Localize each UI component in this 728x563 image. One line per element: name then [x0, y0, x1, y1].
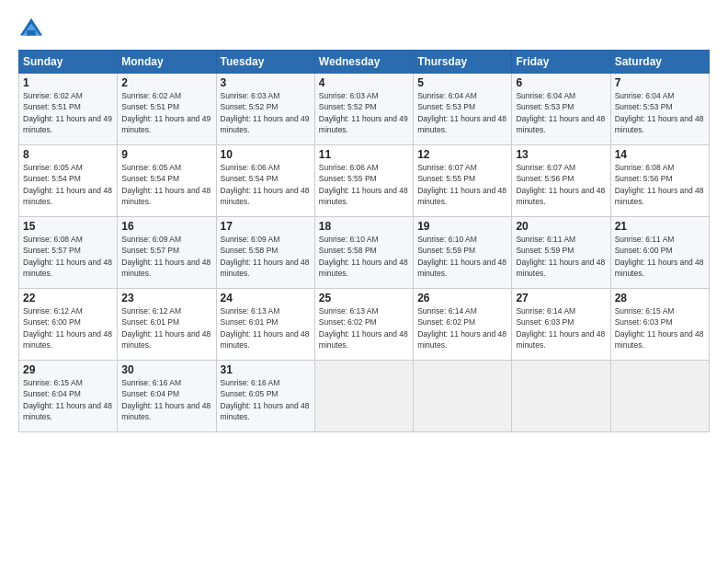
day-info: Sunrise: 6:13 AMSunset: 6:02 PMDaylight:…	[319, 306, 408, 350]
calendar-week-1: 1 Sunrise: 6:02 AMSunset: 5:51 PMDayligh…	[19, 74, 710, 145]
day-number: 20	[516, 220, 606, 233]
calendar-cell: 21 Sunrise: 6:11 AMSunset: 6:00 PMDaylig…	[610, 217, 709, 289]
calendar-cell: 18 Sunrise: 6:10 AMSunset: 5:58 PMDaylig…	[314, 217, 413, 289]
day-number: 2	[121, 76, 211, 89]
day-number: 11	[319, 148, 409, 161]
calendar-week-5: 29 Sunrise: 6:15 AMSunset: 6:04 PMDaylig…	[19, 361, 710, 432]
calendar-cell: 26 Sunrise: 6:14 AMSunset: 6:02 PMDaylig…	[414, 289, 512, 361]
calendar-cell: 7 Sunrise: 6:04 AMSunset: 5:53 PMDayligh…	[610, 74, 709, 145]
day-number: 6	[516, 76, 606, 89]
day-number: 4	[319, 76, 409, 89]
day-number: 24	[221, 292, 311, 304]
day-number: 5	[417, 76, 507, 89]
day-info: Sunrise: 6:15 AMSunset: 6:03 PMDaylight:…	[615, 306, 704, 350]
day-number: 29	[23, 363, 113, 376]
calendar-week-3: 15 Sunrise: 6:08 AMSunset: 5:57 PMDaylig…	[19, 217, 710, 289]
weekday-header-row: SundayMondayTuesdayWednesdayThursdayFrid…	[19, 51, 710, 74]
day-info: Sunrise: 6:05 AMSunset: 5:54 PMDaylight:…	[121, 163, 210, 206]
day-info: Sunrise: 6:09 AMSunset: 5:57 PMDaylight:…	[121, 235, 210, 278]
calendar-cell: 15 Sunrise: 6:08 AMSunset: 5:57 PMDaylig…	[19, 217, 118, 289]
calendar-cell: 30 Sunrise: 6:16 AMSunset: 6:04 PMDaylig…	[118, 361, 216, 432]
day-info: Sunrise: 6:03 AMSunset: 5:52 PMDaylight:…	[221, 91, 310, 134]
day-number: 3	[221, 76, 311, 89]
day-number: 12	[417, 148, 507, 161]
calendar-cell: 5 Sunrise: 6:04 AMSunset: 5:53 PMDayligh…	[414, 74, 512, 145]
day-info: Sunrise: 6:11 AMSunset: 6:00 PMDaylight:…	[615, 235, 704, 278]
day-number: 27	[516, 292, 606, 304]
calendar-cell: 17 Sunrise: 6:09 AMSunset: 5:58 PMDaylig…	[216, 217, 314, 289]
day-number: 25	[319, 292, 409, 304]
calendar-cell	[414, 361, 512, 432]
day-info: Sunrise: 6:12 AMSunset: 6:00 PMDaylight:…	[23, 306, 112, 350]
day-info: Sunrise: 6:16 AMSunset: 6:04 PMDaylight:…	[121, 378, 210, 421]
calendar-cell: 25 Sunrise: 6:13 AMSunset: 6:02 PMDaylig…	[314, 289, 413, 361]
day-info: Sunrise: 6:05 AMSunset: 5:54 PMDaylight:…	[23, 163, 112, 206]
calendar-page: SundayMondayTuesdayWednesdayThursdayFrid…	[0, 0, 728, 563]
day-number: 23	[121, 292, 211, 304]
day-number: 9	[121, 148, 211, 161]
day-info: Sunrise: 6:13 AMSunset: 6:01 PMDaylight:…	[221, 306, 310, 350]
day-info: Sunrise: 6:15 AMSunset: 6:04 PMDaylight:…	[23, 378, 112, 421]
day-info: Sunrise: 6:07 AMSunset: 5:55 PMDaylight:…	[417, 163, 506, 206]
calendar-cell: 3 Sunrise: 6:03 AMSunset: 5:52 PMDayligh…	[216, 74, 314, 145]
calendar-cell: 27 Sunrise: 6:14 AMSunset: 6:03 PMDaylig…	[512, 289, 610, 361]
calendar-cell: 9 Sunrise: 6:05 AMSunset: 5:54 PMDayligh…	[118, 145, 216, 217]
day-number: 8	[23, 148, 113, 161]
calendar-cell: 19 Sunrise: 6:10 AMSunset: 5:59 PMDaylig…	[414, 217, 512, 289]
calendar-cell: 20 Sunrise: 6:11 AMSunset: 5:59 PMDaylig…	[512, 217, 610, 289]
day-number: 15	[23, 220, 113, 233]
day-number: 18	[319, 220, 409, 233]
calendar-cell: 23 Sunrise: 6:12 AMSunset: 6:01 PMDaylig…	[118, 289, 216, 361]
calendar-cell: 14 Sunrise: 6:08 AMSunset: 5:56 PMDaylig…	[610, 145, 709, 217]
logo	[18, 17, 48, 42]
calendar-cell: 16 Sunrise: 6:09 AMSunset: 5:57 PMDaylig…	[118, 217, 216, 289]
day-number: 16	[121, 220, 211, 233]
weekday-header-thursday: Thursday	[414, 51, 512, 74]
day-info: Sunrise: 6:12 AMSunset: 6:01 PMDaylight:…	[121, 306, 210, 350]
calendar-cell	[512, 361, 610, 432]
calendar-cell: 12 Sunrise: 6:07 AMSunset: 5:55 PMDaylig…	[414, 145, 512, 217]
day-number: 30	[121, 363, 211, 376]
calendar-cell: 29 Sunrise: 6:15 AMSunset: 6:04 PMDaylig…	[19, 361, 118, 432]
day-number: 28	[615, 292, 705, 304]
weekday-header-friday: Friday	[512, 51, 610, 74]
day-info: Sunrise: 6:08 AMSunset: 5:57 PMDaylight:…	[23, 235, 112, 278]
day-info: Sunrise: 6:06 AMSunset: 5:55 PMDaylight:…	[319, 163, 408, 206]
day-number: 21	[615, 220, 705, 233]
weekday-header-monday: Monday	[118, 51, 216, 74]
calendar-week-2: 8 Sunrise: 6:05 AMSunset: 5:54 PMDayligh…	[19, 145, 710, 217]
calendar-week-4: 22 Sunrise: 6:12 AMSunset: 6:00 PMDaylig…	[19, 289, 710, 361]
logo-icon	[18, 17, 44, 42]
day-number: 7	[615, 76, 705, 89]
day-info: Sunrise: 6:10 AMSunset: 5:59 PMDaylight:…	[417, 235, 506, 278]
calendar-cell	[610, 361, 709, 432]
calendar-cell: 31 Sunrise: 6:16 AMSunset: 6:05 PMDaylig…	[216, 361, 314, 432]
calendar-cell: 2 Sunrise: 6:02 AMSunset: 5:51 PMDayligh…	[118, 74, 216, 145]
day-info: Sunrise: 6:09 AMSunset: 5:58 PMDaylight:…	[221, 235, 310, 278]
day-info: Sunrise: 6:04 AMSunset: 5:53 PMDaylight:…	[516, 91, 605, 134]
calendar-cell: 13 Sunrise: 6:07 AMSunset: 5:56 PMDaylig…	[512, 145, 610, 217]
svg-rect-2	[27, 30, 35, 36]
day-number: 26	[417, 292, 507, 304]
day-info: Sunrise: 6:04 AMSunset: 5:53 PMDaylight:…	[417, 91, 506, 134]
calendar-cell: 10 Sunrise: 6:06 AMSunset: 5:54 PMDaylig…	[216, 145, 314, 217]
day-info: Sunrise: 6:06 AMSunset: 5:54 PMDaylight:…	[221, 163, 310, 206]
day-info: Sunrise: 6:02 AMSunset: 5:51 PMDaylight:…	[23, 91, 112, 134]
day-number: 13	[516, 148, 606, 161]
calendar-cell: 6 Sunrise: 6:04 AMSunset: 5:53 PMDayligh…	[512, 74, 610, 145]
day-number: 22	[23, 292, 113, 304]
day-info: Sunrise: 6:14 AMSunset: 6:03 PMDaylight:…	[516, 306, 605, 350]
weekday-header-sunday: Sunday	[19, 51, 118, 74]
day-info: Sunrise: 6:02 AMSunset: 5:51 PMDaylight:…	[121, 91, 210, 134]
day-info: Sunrise: 6:07 AMSunset: 5:56 PMDaylight:…	[516, 163, 605, 206]
calendar-cell: 28 Sunrise: 6:15 AMSunset: 6:03 PMDaylig…	[610, 289, 709, 361]
page-header	[18, 17, 710, 42]
calendar-table: SundayMondayTuesdayWednesdayThursdayFrid…	[18, 50, 710, 432]
day-number: 1	[23, 76, 113, 89]
day-info: Sunrise: 6:16 AMSunset: 6:05 PMDaylight:…	[221, 378, 310, 421]
day-number: 10	[221, 148, 311, 161]
weekday-header-saturday: Saturday	[610, 51, 709, 74]
day-info: Sunrise: 6:08 AMSunset: 5:56 PMDaylight:…	[615, 163, 704, 206]
calendar-cell: 8 Sunrise: 6:05 AMSunset: 5:54 PMDayligh…	[19, 145, 118, 217]
day-info: Sunrise: 6:11 AMSunset: 5:59 PMDaylight:…	[516, 235, 605, 278]
